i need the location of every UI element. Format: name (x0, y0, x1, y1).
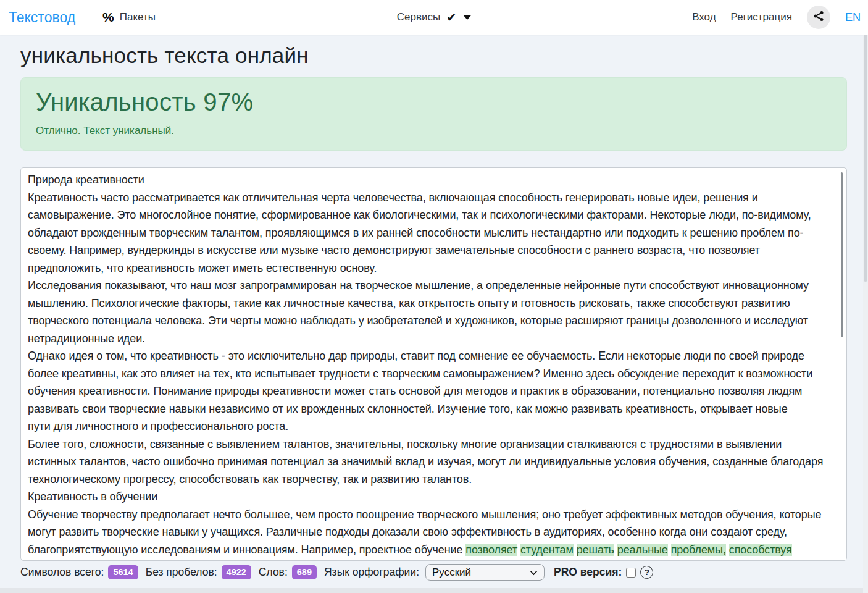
main-content: уникальность текста онлайн Уникальность … (0, 43, 868, 581)
no-spaces-label: Без пробелов: (146, 566, 217, 579)
uniqueness-result-box: Уникальность 97% Отлично. Текст уникальн… (20, 77, 847, 151)
editor-line: Креативность часто рассматривается как о… (28, 189, 840, 207)
checkmark-icon: ✔ (446, 11, 456, 25)
editor-line: пути для личностного и профессионального… (28, 418, 840, 435)
editor-line: Креативность в обучении (28, 488, 840, 506)
chars-total-label: Символов всего: (20, 566, 104, 579)
editor-line: обучения креативности. Понимание природы… (28, 382, 840, 400)
editor-line: творческого потенциала человека. Эти чер… (28, 312, 840, 330)
text-editor[interactable]: Природа креативностиКреативность часто р… (20, 167, 847, 561)
percent-icon: % (102, 10, 114, 25)
highlighted-word: реальные (617, 544, 668, 556)
highlighted-word: способствуя (729, 544, 792, 556)
page-scrollbar-thumb[interactable] (864, 35, 867, 282)
editor-line: своему. Например, вундеркинды в искусств… (28, 242, 840, 259)
selected-language: Русский (432, 566, 471, 579)
editor-line: истинных талантов, часто ошибочно приним… (28, 453, 840, 471)
spelling-language-select[interactable]: Русский (425, 564, 545, 581)
editor-line: могут развить творческие навыки у учащих… (28, 523, 840, 541)
words-label: Слов: (259, 566, 288, 579)
editor-line: мышлению. Психологические факторы, такие… (28, 295, 840, 313)
editor-line: Однако идея о том, что креативность - эт… (28, 347, 840, 365)
chevron-down-icon (464, 15, 471, 20)
pro-version-label: PRO версия: (554, 566, 622, 579)
page-title: уникальность текста онлайн (20, 43, 847, 68)
editor-line: более креативны, как это влияет на тех, … (28, 365, 840, 383)
nav-item-services[interactable]: Сервисы ✔ (397, 11, 471, 25)
nav-item-packages[interactable]: % Пакеты (102, 10, 156, 25)
highlighted-word: позволяет (465, 544, 517, 556)
pro-version-checkbox[interactable] (626, 568, 636, 578)
editor-scrollbar[interactable] (841, 172, 843, 337)
uniqueness-heading: Уникальность 97% (36, 88, 832, 116)
register-link[interactable]: Регистрация (731, 11, 792, 23)
words-badge: 689 (292, 565, 317, 579)
spelling-language-label: Язык орфографии: (324, 566, 419, 579)
language-switch[interactable]: EN (845, 11, 861, 24)
editor-line: развивать свои творческие навыки независ… (28, 400, 840, 418)
uniqueness-subtext: Отлично. Текст уникальный. (36, 125, 832, 137)
site-logo[interactable]: Текстовод (9, 9, 75, 26)
footer-strip (0, 588, 868, 593)
chars-total-badge: 5614 (108, 565, 138, 579)
highlighted-word: студентам (520, 544, 574, 556)
highlighted-word: проблемы, (671, 544, 726, 556)
editor-line: технологическому прогрессу, способствова… (28, 471, 840, 489)
share-button[interactable] (807, 6, 830, 29)
services-label: Сервисы (397, 11, 440, 23)
editor-line: Исследования показывают, что наш мозг за… (28, 277, 840, 295)
select-chevron-icon (530, 566, 538, 579)
editor-line: Более того, сложности, связанные с выявл… (28, 435, 840, 453)
editor-line: самовыражение. Это многослойное понятие,… (28, 206, 840, 224)
highlighted-word: решать (577, 544, 614, 556)
editor-content: Природа креативностиКреативность часто р… (28, 171, 840, 558)
editor-line: предположить, что креативность может име… (28, 259, 840, 277)
editor-line: Природа креативности (28, 171, 840, 189)
page-scrollbar[interactable] (863, 35, 868, 593)
share-icon (812, 10, 825, 25)
status-bar: Символов всего: 5614 Без пробелов: 4922 … (20, 564, 847, 581)
no-spaces-badge: 4922 (222, 565, 251, 579)
packages-label: Пакеты (120, 11, 156, 23)
editor-line: нетрадиционные идеи. (28, 330, 840, 348)
help-icon[interactable]: ? (640, 566, 653, 579)
login-link[interactable]: Вход (692, 11, 716, 23)
navbar: Текстовод % Пакеты Сервисы ✔ Вход Регист… (0, 0, 868, 35)
editor-line: обладают врожденным творческим талантом,… (28, 224, 840, 242)
editor-line: Обучение творчеству предполагает нечто б… (28, 506, 840, 524)
editor-line: благоприятствующую исследованиям и иннов… (28, 541, 840, 559)
